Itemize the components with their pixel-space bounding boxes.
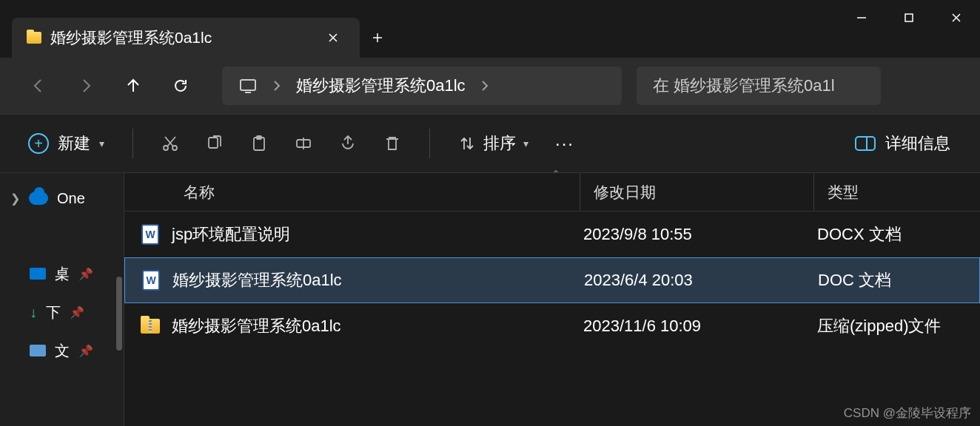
new-label: 新建: [58, 132, 90, 155]
zip-folder-icon: [138, 319, 163, 334]
file-name: jsp环境配置说明: [172, 223, 580, 246]
paste-button[interactable]: [240, 126, 278, 161]
file-row[interactable]: 婚纱摄影管理系统0a1lc 2023/11/6 10:09 压缩(zipped)…: [124, 303, 980, 349]
minimize-button[interactable]: [838, 0, 885, 36]
word-doc-icon: [138, 224, 163, 245]
pin-icon: 📌: [78, 267, 93, 281]
separator: [429, 129, 430, 158]
breadcrumb[interactable]: 婚纱摄影管理系统0a1lc: [222, 67, 622, 105]
sidebar-item-documents[interactable]: 文 📌: [0, 331, 124, 370]
active-tab[interactable]: 婚纱摄影管理系统0a1lc: [12, 18, 360, 58]
svg-rect-4: [209, 138, 218, 148]
close-window-button[interactable]: [933, 0, 980, 36]
file-row[interactable]: 婚纱摄影管理系统0a1lc 2023/6/4 20:03 DOC 文档: [124, 257, 980, 303]
download-icon: ↓: [30, 304, 37, 321]
new-button[interactable]: + 新建 ▾: [18, 126, 115, 160]
rename-button[interactable]: [284, 126, 323, 161]
new-tab-button[interactable]: [360, 20, 395, 55]
file-name: 婚纱摄影管理系统0a1lc: [172, 269, 581, 291]
forward-button[interactable]: [65, 68, 107, 104]
separator: [132, 129, 133, 158]
sidebar-item-label: 文: [55, 341, 70, 361]
maximize-button[interactable]: [885, 0, 933, 36]
back-button[interactable]: [18, 68, 59, 104]
column-type[interactable]: 类型: [814, 173, 980, 211]
file-name: 婚纱摄影管理系统0a1lc: [172, 315, 580, 337]
navbar: 婚纱摄影管理系统0a1lc 在 婚纱摄影管理系统0a1l: [0, 58, 980, 114]
file-type: 压缩(zipped)文件: [814, 315, 980, 337]
details-pane-icon: [854, 135, 876, 152]
file-list: ⌃ 名称 修改日期 类型 jsp环境配置说明 2023/9/8 10:55 DO…: [124, 173, 980, 426]
chevron-right-icon: [272, 80, 281, 92]
column-name[interactable]: 名称: [164, 173, 580, 211]
desktop-icon: [30, 268, 46, 280]
chevron-down-icon: ▾: [523, 138, 528, 149]
up-button[interactable]: [113, 68, 154, 104]
sidebar-scrollbar[interactable]: [116, 277, 122, 351]
cut-button[interactable]: [151, 126, 189, 161]
sort-icon: [458, 135, 476, 152]
document-icon: [30, 345, 46, 356]
view-details-button[interactable]: 详细信息: [842, 126, 962, 160]
word-doc-icon: [138, 270, 164, 291]
view-label: 详细信息: [885, 132, 950, 155]
svg-rect-8: [856, 137, 875, 150]
watermark: CSDN @金陵毕设程序: [844, 405, 971, 422]
chevron-right-icon: ❯: [10, 192, 20, 206]
file-type: DOC 文档: [815, 269, 979, 291]
sidebar-item-onedrive[interactable]: ❯ One: [0, 179, 124, 217]
sidebar: ❯ One 桌 📌 ↓ 下 📌 文 📌: [0, 173, 124, 426]
copy-button[interactable]: [195, 126, 234, 161]
window-controls: [838, 0, 980, 36]
share-button[interactable]: [329, 126, 367, 161]
toolbar: + 新建 ▾ 排序 ▾ ··· 详细信息: [0, 114, 980, 173]
plus-circle-icon: +: [28, 133, 49, 154]
folder-icon: [27, 32, 41, 44]
titlebar: 婚纱摄影管理系统0a1lc: [0, 0, 980, 58]
file-date: 2023/11/6 10:09: [580, 317, 814, 336]
sort-label: 排序: [483, 132, 516, 155]
sidebar-item-downloads[interactable]: ↓ 下 📌: [0, 293, 124, 331]
search-placeholder: 在 婚纱摄影管理系统0a1l: [653, 75, 835, 97]
pc-icon: [238, 78, 258, 94]
cloud-icon: [29, 192, 48, 205]
sidebar-item-desktop[interactable]: 桌 📌: [0, 254, 124, 293]
pin-icon: 📌: [78, 344, 93, 358]
sidebar-item-label: One: [57, 190, 85, 207]
svg-rect-0: [905, 14, 913, 21]
main-area: ❯ One 桌 📌 ↓ 下 📌 文 📌 ⌃ 名称 修改日期: [0, 173, 980, 426]
search-input[interactable]: 在 婚纱摄影管理系统0a1l: [637, 67, 881, 105]
pin-icon: 📌: [70, 305, 84, 320]
file-date: 2023/6/4 20:03: [581, 271, 815, 290]
breadcrumb-current[interactable]: 婚纱摄影管理系统0a1lc: [296, 75, 466, 97]
tab-title: 婚纱摄影管理系统0a1lc: [50, 27, 312, 48]
column-date[interactable]: 修改日期: [580, 173, 814, 211]
refresh-button[interactable]: [160, 68, 201, 104]
more-button[interactable]: ···: [545, 133, 585, 154]
column-handle-icon: ⌃: [552, 169, 560, 179]
file-row[interactable]: jsp环境配置说明 2023/9/8 10:55 DOCX 文档: [124, 212, 980, 257]
sidebar-item-label: 桌: [55, 264, 70, 284]
chevron-down-icon: ▾: [99, 138, 104, 149]
svg-rect-1: [241, 80, 255, 90]
delete-button[interactable]: [373, 126, 412, 161]
sidebar-item-label: 下: [46, 302, 61, 322]
chevron-right-icon: [480, 80, 489, 92]
file-date: 2023/9/8 10:55: [580, 225, 814, 244]
sort-button[interactable]: 排序 ▾: [448, 126, 539, 160]
close-tab-button[interactable]: [321, 26, 345, 50]
file-type: DOCX 文档: [814, 223, 980, 246]
